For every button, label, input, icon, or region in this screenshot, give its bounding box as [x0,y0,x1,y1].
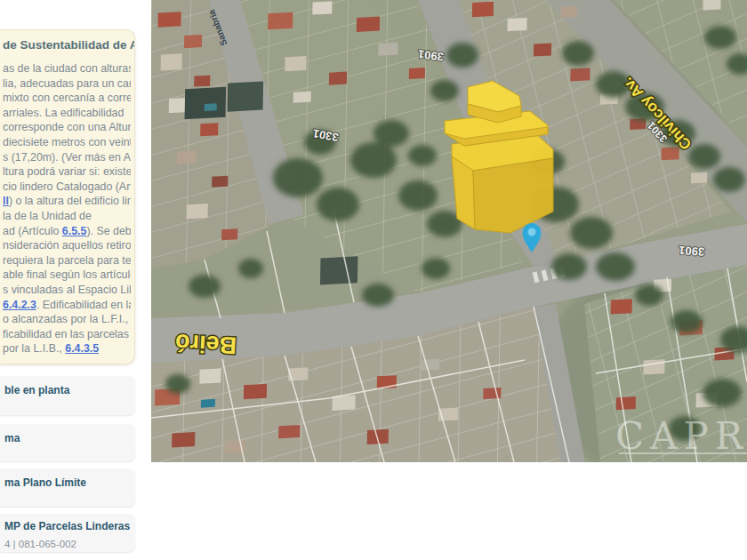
paragraph-line: s (17,20m). (Ver más en Art. [3,150,131,165]
paragraph-text: diecisiete metros con veinte [3,136,131,148]
paragraph-text: ) o la altura del edificio lindero [9,195,131,207]
paragraph-line: 6.4.2.3. Edificabilidad en las [3,298,131,313]
paragraph-line: ll) o la altura del edificio lindero [3,194,131,209]
paragraph-line: la de la Unidad de [3,209,131,224]
paragraph-text: o alcanzadas por la L.F.I., [3,313,128,325]
paragraph-line: nsideración aquellos retiros o [3,238,131,253]
paragraph-line: arriales. La edificabilidad [3,106,131,121]
paragraph-text: la de la Unidad de [3,210,92,222]
paragraph-text: s vinculadas al Espacio Libre de [3,284,131,296]
paragraph-text: arriales. La edificabilidad [3,107,124,119]
panel-paragraph: as de la ciudad con alturas delia, adecu… [3,61,131,356]
paragraph-line: ficabilidad en las parcelas no [3,327,131,342]
paragraph-text: cio lindero Catalogado (Artículo [3,180,131,193]
article-link[interactable]: 6.5.5 [62,225,87,237]
paragraph-line: ltura podrá variar si: existe [3,164,131,180]
info-panel-sustentabilidad: de Sustentabilidad de Altura as de la ci… [0,29,135,364]
paragraph-text: able final según los artículos . [3,268,131,281]
paragraph-text: lia, adecuadas para un carácter [3,77,131,90]
paragraph-line: lia, adecuadas para un carácter [3,76,131,92]
paragraph-text: ltura podrá variar si: existe [3,165,131,178]
article-link[interactable]: 6.4.2.3 [3,299,36,311]
paragraph-line: cio lindero Catalogado (Artículo [3,180,131,195]
paragraph-text: s (17,20m). (Ver más en Art. [3,151,131,164]
article-link[interactable]: 6.4.3.5 [65,342,99,355]
paragraph-text: nsideración aquellos retiros o [3,239,131,252]
paragraph-text: mixto con cercanía a corredores [3,92,131,104]
street-label-beiro: Beiró [174,329,237,359]
paragraph-line: able final según los artículos . [3,268,131,283]
map-3d-viewport[interactable]: Beiró Chivilcoy Av. Sanabria 3901 3301 3… [151,0,747,462]
paragraph-text: ficabilidad en las parcelas no [3,328,131,340]
section-label: ma [4,432,130,444]
paragraph-text: as de la ciudad con alturas de [3,62,131,75]
paragraph-line: corresponde con una Altura [3,120,131,135]
paragraph-line: por la L.I.B., 6.4.3.5 [3,341,131,356]
section-card-edificable-en-planta[interactable]: ble en planta [0,376,135,415]
paragraph-text: corresponde con una Altura [3,121,131,133]
section-card-plano-limite[interactable]: ma Plano Límite [0,468,135,507]
article-link[interactable]: ll [3,195,9,207]
paragraph-text: . Edificabilidad en las [36,299,131,311]
paragraph-line: o alcanzadas por la L.F.I., [3,312,131,327]
paragraph-text: ). Se deberán [86,225,131,237]
panel-title: de Sustentabilidad de Altura [3,38,131,52]
paragraph-text: por la L.I.B., [3,342,65,355]
paragraph-line: s vinculadas al Espacio Libre de [3,283,131,298]
section-card-esquema[interactable]: ma [0,424,135,461]
section-label: MP de Parcelas Linderas [4,520,130,532]
paragraph-text: ad (Artículo [3,225,62,237]
address-number: 3901 [679,244,705,259]
paragraph-line: mixto con cercanía a corredores [3,91,131,106]
paragraph-line: diecisiete metros con veinte [3,135,131,150]
section-card-parcelas-linderas[interactable]: MP de Parcelas Linderas 4 | 081-065-002 [0,514,135,552]
section-label: ma Plano Límite [4,476,130,489]
paragraph-line: as de la ciudad con alturas de [3,61,131,76]
parcel-id: 4 | 081-065-002 [4,539,130,549]
paragraph-line: requiera la parcela para tener el [3,253,131,268]
section-label: ble en planta [4,384,130,396]
paragraph-text: requiera la parcela para tener el [3,254,131,267]
paragraph-line: ad (Artículo 6.5.5). Se deberán [3,224,131,239]
